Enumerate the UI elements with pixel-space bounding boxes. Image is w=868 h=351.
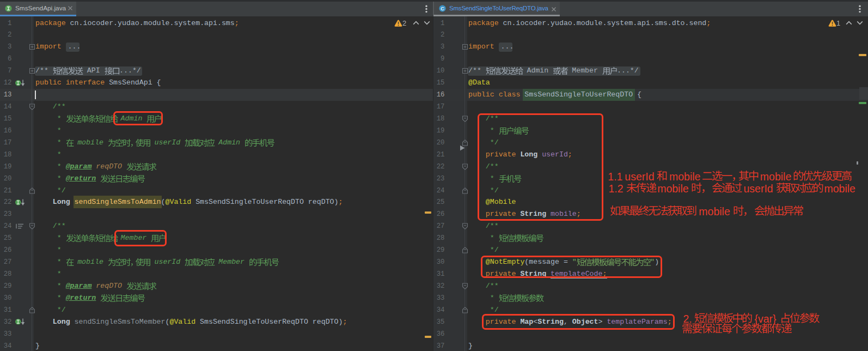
svg-text:C: C [441, 5, 444, 11]
